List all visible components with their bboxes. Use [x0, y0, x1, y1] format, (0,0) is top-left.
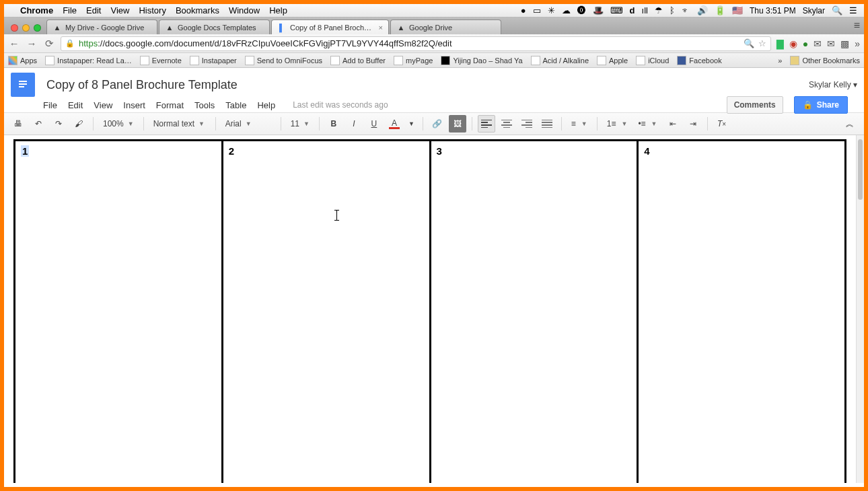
- ext-gmail-icon[interactable]: ✉: [813, 38, 822, 49]
- menubar-umbrella-icon[interactable]: ☂: [655, 5, 663, 15]
- bookmark-item[interactable]: Acid / Alkaline: [531, 56, 589, 65]
- ext-inbox-icon[interactable]: ✉: [827, 38, 835, 49]
- menubar-bluetooth-icon[interactable]: ᛒ: [670, 5, 675, 15]
- zoom-window-icon[interactable]: [34, 24, 41, 32]
- close-tab-icon[interactable]: ×: [379, 24, 383, 32]
- menubar-d-icon[interactable]: d: [630, 5, 635, 15]
- ext-delicious-icon[interactable]: ▩: [840, 38, 849, 49]
- menubar-signal-icon[interactable]: ıll: [642, 5, 648, 15]
- browser-tab[interactable]: ▲ My Drive - Google Drive: [46, 20, 157, 34]
- bookmark-item[interactable]: Instapaper: Read La…: [45, 56, 132, 65]
- ext-abp-icon[interactable]: ◉: [789, 38, 797, 49]
- app-name[interactable]: Chrome: [20, 5, 53, 15]
- menubar-cloud-icon[interactable]: ☁: [562, 5, 571, 15]
- last-edit-info[interactable]: Last edit was seconds ago: [293, 100, 388, 110]
- menubar-flag-icon[interactable]: 🇺🇸: [732, 5, 743, 15]
- paint-format-icon[interactable]: 🖌: [70, 115, 87, 133]
- ext-more-icon[interactable]: »: [855, 38, 860, 49]
- mac-menu-bookmarks[interactable]: Bookmarks: [176, 5, 219, 15]
- docs-menu-insert[interactable]: Insert: [123, 100, 145, 110]
- menubar-wifi-icon[interactable]: ᯤ: [682, 5, 690, 15]
- text-color-caret-icon[interactable]: ▼: [406, 115, 417, 133]
- menubar-clock[interactable]: Thu 3:51 PM: [750, 6, 796, 15]
- mac-menu-help[interactable]: Help: [269, 5, 287, 15]
- menubar-hat-icon[interactable]: 🎩: [593, 5, 604, 15]
- mac-menu-view[interactable]: View: [110, 5, 129, 15]
- docs-logo-icon[interactable]: [11, 73, 35, 97]
- account-name[interactable]: Skylar Kelly ▾: [809, 80, 857, 89]
- italic-icon[interactable]: I: [345, 115, 363, 133]
- bookmarks-overflow-icon[interactable]: »: [778, 56, 782, 65]
- menubar-battery-icon[interactable]: 🔋: [715, 5, 725, 15]
- bookmark-item[interactable]: Instapaper: [190, 56, 237, 65]
- brochure-panel[interactable]: 3: [431, 141, 639, 483]
- browser-tab[interactable]: ▲ Google Docs Templates: [159, 20, 270, 34]
- docs-menu-help[interactable]: Help: [257, 100, 275, 110]
- align-center-icon[interactable]: [498, 115, 515, 133]
- menubar-status-icon[interactable]: ●: [521, 5, 526, 15]
- undo-icon[interactable]: ↶: [30, 115, 47, 133]
- text-color-icon[interactable]: A: [386, 115, 403, 133]
- paragraph-style-dropdown[interactable]: Normal text▼: [149, 115, 210, 133]
- other-bookmarks[interactable]: Other Bookmarks: [790, 56, 860, 65]
- menubar-user[interactable]: Skylar: [803, 6, 825, 15]
- brochure-panel[interactable]: 2: [223, 141, 431, 483]
- spotlight-icon[interactable]: 🔍: [832, 5, 842, 15]
- docs-menu-format[interactable]: Format: [156, 100, 184, 110]
- docs-menu-view[interactable]: View: [94, 100, 112, 110]
- reload-icon[interactable]: ⟳: [43, 38, 55, 50]
- zoom-dropdown[interactable]: 100%▼: [99, 115, 138, 133]
- bookmark-item[interactable]: Facebook: [677, 56, 721, 65]
- browser-tab[interactable]: ▌ Copy of 8 Panel Brochure T ×: [271, 20, 389, 34]
- forward-icon[interactable]: →: [26, 38, 38, 49]
- notification-center-icon[interactable]: ☰: [849, 5, 857, 15]
- print-icon[interactable]: 🖶: [9, 115, 27, 133]
- clear-formatting-icon[interactable]: T×: [713, 115, 731, 133]
- increase-indent-icon[interactable]: ⇥: [684, 115, 702, 133]
- align-left-icon[interactable]: [478, 115, 495, 133]
- bookmark-item[interactable]: myPage: [394, 56, 433, 65]
- align-right-icon[interactable]: [518, 115, 536, 133]
- ext-buffer-icon[interactable]: ●: [803, 38, 808, 49]
- brochure-panel[interactable]: 1: [15, 141, 223, 483]
- collapse-toolbar-icon[interactable]: ︽: [841, 115, 859, 133]
- decrease-indent-icon[interactable]: ⇤: [664, 115, 682, 133]
- mac-menu-window[interactable]: Window: [229, 5, 260, 15]
- star-icon[interactable]: ☆: [758, 38, 766, 48]
- redo-icon[interactable]: ↷: [50, 115, 67, 133]
- menubar-sync-icon[interactable]: ✳: [548, 5, 555, 15]
- font-dropdown[interactable]: Arial▼: [221, 115, 275, 133]
- vertical-scrollbar[interactable]: [856, 135, 864, 483]
- menubar-1password-icon[interactable]: ⓿: [577, 5, 586, 15]
- docs-menu-table[interactable]: Table: [225, 100, 246, 110]
- bookmark-item[interactable]: Evernote: [140, 56, 182, 65]
- share-button[interactable]: 🔒Share: [794, 96, 848, 114]
- browser-tab[interactable]: ▲ Google Drive: [390, 20, 501, 34]
- bookmark-item[interactable]: Add to Buffer: [330, 56, 386, 65]
- insert-image-icon[interactable]: 🖼: [449, 115, 466, 133]
- bookmark-item[interactable]: Yijing Dao – Shad Ya: [441, 56, 522, 65]
- apps-button[interactable]: Apps: [8, 56, 37, 65]
- docs-menu-edit[interactable]: Edit: [68, 100, 83, 110]
- menubar-volume-icon[interactable]: 🔊: [697, 5, 708, 15]
- mac-menu-history[interactable]: History: [139, 5, 166, 15]
- numbered-list-icon[interactable]: 1≡▼: [603, 115, 632, 133]
- menubar-keyboard-icon[interactable]: ⌨: [610, 5, 623, 15]
- address-bar[interactable]: 🔒 https://docs.google.com/document/d/18v…: [61, 36, 771, 51]
- mac-menu-file[interactable]: File: [63, 5, 77, 15]
- ext-evernote-icon[interactable]: ▇: [776, 38, 784, 49]
- zoom-icon[interactable]: 🔍: [744, 38, 754, 48]
- chrome-menu-icon[interactable]: ≡: [854, 20, 860, 32]
- insert-link-icon[interactable]: 🔗: [429, 115, 446, 133]
- bold-icon[interactable]: B: [325, 115, 342, 133]
- line-spacing-icon[interactable]: ≡▼: [567, 115, 591, 133]
- docs-menu-tools[interactable]: Tools: [194, 100, 215, 110]
- back-icon[interactable]: ←: [8, 38, 20, 49]
- brochure-panel[interactable]: 4: [639, 141, 844, 483]
- menubar-display-icon[interactable]: ▭: [533, 5, 541, 15]
- scrollbar-thumb[interactable]: [858, 139, 863, 200]
- align-justify-icon[interactable]: [538, 115, 556, 133]
- mac-menu-edit[interactable]: Edit: [86, 5, 101, 15]
- font-size-dropdown[interactable]: 11▼: [287, 115, 314, 133]
- document-canvas[interactable]: 1 2 3 4: [4, 135, 856, 483]
